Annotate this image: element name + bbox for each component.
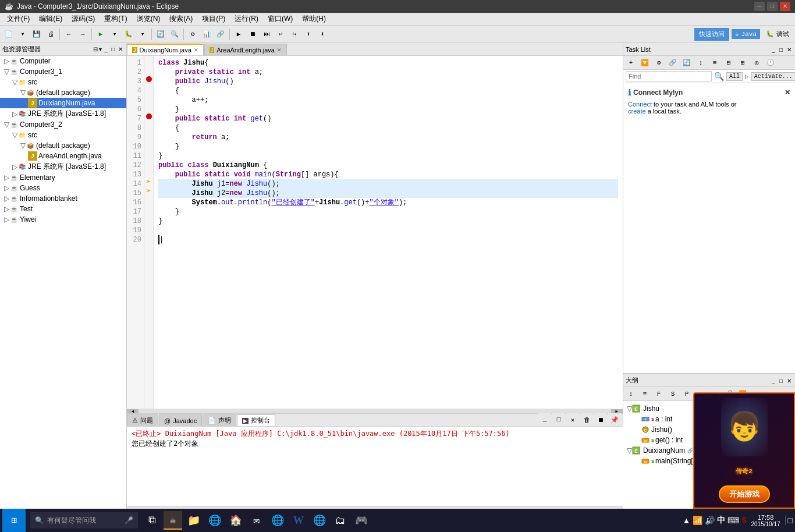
toolbar-next[interactable]: → <box>76 28 89 41</box>
toolbar-misc6[interactable]: ⏭ <box>260 28 273 41</box>
outline-hide-nonpublic[interactable]: P <box>680 388 693 400</box>
expand-computer3-1[interactable]: ▽ <box>3 68 9 76</box>
toolbar-misc2[interactable]: 📊 <box>200 28 213 41</box>
console-clear[interactable]: 🗑 <box>580 413 593 426</box>
tree-item-informationblanket[interactable]: ▷ ☕ Informationblanket <box>0 193 126 204</box>
tree-item-computer3-2[interactable]: ▽ ☕ Computer3_2 <box>0 119 126 130</box>
toolbar-search[interactable]: 🔍 <box>168 28 181 41</box>
taskbar-search-bar[interactable]: 🔍 有何疑尽管问我 🎤 <box>30 512 138 529</box>
expand-yiwei[interactable]: ▷ <box>3 215 9 224</box>
toolbar-debug-dd[interactable]: ▾ <box>136 28 149 41</box>
minimize-button[interactable]: ─ <box>754 2 765 11</box>
quick-access-button[interactable]: 快速访问 <box>694 28 729 41</box>
expand-jre1[interactable]: ▷ <box>12 110 17 118</box>
taskbar-store[interactable]: 🏠 <box>226 511 245 530</box>
toolbar-misc9[interactable]: ⬆ <box>302 28 315 41</box>
outline-minimize[interactable]: _ <box>771 378 776 384</box>
bottom-tab-declaration[interactable]: 📄 声明 <box>203 414 236 426</box>
expand-jre2[interactable]: ▷ <box>12 163 17 171</box>
expand-informationblanket[interactable]: ▷ <box>3 194 9 203</box>
editor-tab-areaandlength[interactable]: J AreaAndLength.java ✕ <box>204 44 287 55</box>
close-tab-1[interactable]: ✕ <box>194 47 198 53</box>
tray-ime-zh[interactable]: 中 <box>717 515 725 526</box>
task-sort[interactable]: ↕ <box>694 56 707 69</box>
menu-file[interactable]: 文件(F) <box>2 13 34 25</box>
expand-src2[interactable]: ▽ <box>12 131 17 139</box>
task-activate-button[interactable]: Activate... <box>751 72 795 81</box>
taskbar-browser2[interactable]: 🌐 <box>310 511 329 530</box>
menu-refactor[interactable]: 重构(T) <box>100 13 132 25</box>
tray-sogou[interactable]: S <box>741 516 746 524</box>
menu-source[interactable]: 源码(S) <box>67 13 100 25</box>
expand-computer3-2[interactable]: ▽ <box>3 120 9 129</box>
toolbar-misc3[interactable]: 🔗 <box>214 28 227 41</box>
pkg-close-icon[interactable]: ✕ <box>117 46 124 52</box>
tray-up[interactable]: ▲ <box>683 516 691 525</box>
task-expand[interactable]: ⊞ <box>736 56 749 69</box>
bottom-tab-console[interactable]: ▶ 控制台 <box>237 414 275 426</box>
taskbar-files[interactable]: 🗂 <box>331 511 350 530</box>
task-add[interactable]: + <box>624 56 637 69</box>
taskbar-multitask[interactable]: ⧉ <box>143 511 161 530</box>
toolbar-save[interactable]: 💾 <box>30 28 43 41</box>
clock[interactable]: 17:58 2015/10/17 <box>751 514 780 527</box>
taskbar-word[interactable]: W <box>289 511 308 530</box>
editor-tab-duixiangnum[interactable]: J DuixiangNum.java ✕ <box>127 44 204 55</box>
menu-run[interactable]: 运行(R) <box>230 13 263 25</box>
menu-project[interactable]: 项目(P) <box>197 13 230 25</box>
tree-item-jre2[interactable]: ▷ 📚 JRE 系统库 [JavaSE-1.8] <box>0 161 126 172</box>
connect-link[interactable]: Connect <box>628 101 652 108</box>
tree-item-yiwei[interactable]: ▷ ☕ Yiwei <box>0 214 126 225</box>
expand-src1[interactable]: ▽ <box>12 78 17 86</box>
toolbar-run-dd[interactable]: ▾ <box>108 28 121 41</box>
expand-guess[interactable]: ▷ <box>3 184 9 192</box>
outline-close[interactable]: ✕ <box>786 378 793 384</box>
expand-test[interactable]: ▷ <box>3 205 9 213</box>
close-button[interactable]: ✕ <box>780 2 790 11</box>
scroll-right[interactable]: ▶ <box>611 409 623 414</box>
maximize-button[interactable]: □ <box>767 2 778 11</box>
outline-hide-fields[interactable]: F <box>652 388 665 400</box>
task-filter[interactable]: 🔽 <box>638 56 651 69</box>
tree-item-src2[interactable]: ▽ 📁 src <box>0 130 126 140</box>
connect-mylyn-close[interactable]: ✕ <box>785 88 790 97</box>
console-minimize[interactable]: _ <box>538 413 551 426</box>
menu-navigate[interactable]: 浏览(N) <box>132 13 165 25</box>
start-game-button[interactable]: 开始游戏 <box>719 485 770 503</box>
tree-item-pkg1[interactable]: ▽ 📦 (default package) <box>0 87 126 98</box>
tree-item-test[interactable]: ▷ ☕ Test <box>0 204 126 214</box>
outline-sort[interactable]: ↕ <box>624 388 637 400</box>
java-perspective-button[interactable]: ☕ Java <box>732 29 760 39</box>
taskbar-browser[interactable]: 🌐 <box>268 511 287 530</box>
tree-item-computer3-1[interactable]: ▽ ☕ Computer3_1 <box>0 66 126 77</box>
tray-ime-icon[interactable]: ⌨ <box>727 516 739 525</box>
taskbar-eclipse[interactable]: ☕ <box>164 511 182 530</box>
task-settings[interactable]: ⚙ <box>652 56 665 69</box>
task-refresh[interactable]: 🔄 <box>680 56 693 69</box>
toolbar-prev[interactable]: ← <box>62 28 75 41</box>
menu-window[interactable]: 窗口(W) <box>263 13 297 25</box>
task-group[interactable]: ≡ <box>708 56 721 69</box>
expand-pkg1[interactable]: ▽ <box>20 88 26 97</box>
console-pin[interactable]: 📌 <box>608 413 621 426</box>
task-link[interactable]: 🔗 <box>666 56 679 69</box>
tree-item-pkg2[interactable]: ▽ 📦 (default package) <box>0 140 126 151</box>
pkg-collapse-icon[interactable]: ⊟ <box>93 46 98 52</box>
start-button[interactable]: ⊞ <box>2 509 26 532</box>
tray-network[interactable]: 📶 <box>693 516 702 525</box>
outline-group[interactable]: ≡ <box>638 388 651 400</box>
toolbar-debug[interactable]: 🐛 <box>122 28 135 41</box>
toolbar-refresh[interactable]: 🔄 <box>154 28 167 41</box>
toolbar-misc4[interactable]: ▶ <box>232 28 245 41</box>
create-link[interactable]: create <box>628 108 646 115</box>
code-content[interactable]: class Jishu{ private static int a; publi… <box>154 56 623 409</box>
scroll-left[interactable]: ◀ <box>127 409 139 414</box>
toolbar-misc7[interactable]: ↩ <box>274 28 287 41</box>
task-hist[interactable]: 🕐 <box>764 56 777 69</box>
debug-perspective-button[interactable]: 🐛 调试 <box>762 29 793 40</box>
console-stop[interactable]: ⏹ <box>594 413 607 426</box>
pkg-minimize-icon[interactable]: _ <box>103 46 109 52</box>
toolbar-run[interactable]: ▶ <box>94 28 107 41</box>
expand-elementary[interactable]: ▷ <box>3 173 9 182</box>
outline-expand-duixiangnum[interactable]: ▽ <box>627 446 631 455</box>
